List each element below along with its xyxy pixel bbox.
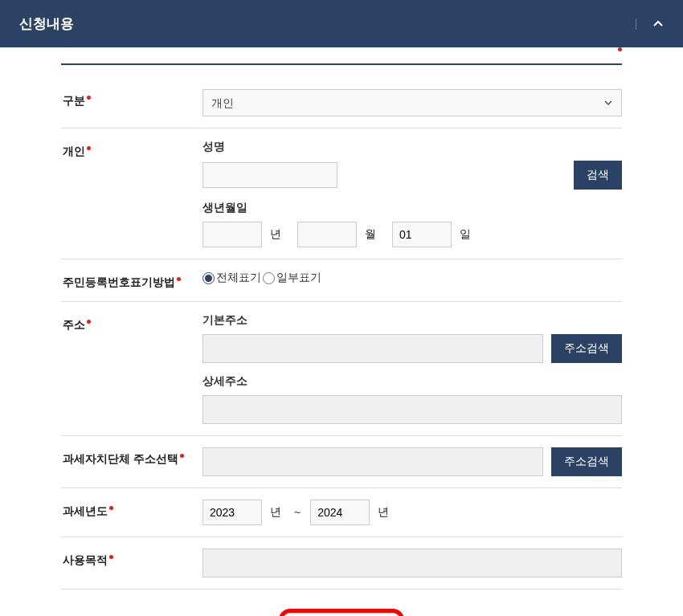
required-dot-icon [109, 555, 113, 559]
chevron-up-icon [652, 18, 664, 30]
panel-title: 신청내용 [19, 14, 74, 33]
rrn-radio-partial-label[interactable]: 일부표기 [263, 271, 321, 285]
label-tax-authority: 과세자치단체 주소선택 [61, 447, 202, 476]
row-purpose: 사용목적 [61, 537, 622, 589]
tax-year-from-input[interactable] [202, 500, 262, 525]
label-address: 주소 [61, 313, 202, 424]
rrn-radio-group: 전체표기 일부표기 [202, 271, 622, 285]
rrn-radio-full[interactable] [202, 272, 215, 284]
row-address: 주소 기본주소 주소검색 상세주소 [61, 302, 622, 436]
detail-address-label: 상세주소 [202, 374, 622, 389]
row-individual: 개인 성명 검색 생년월일 년 월 일 [61, 129, 622, 259]
bottom-action: 과세목록조회 [61, 609, 622, 616]
label-purpose: 사용목적 [61, 549, 202, 577]
rrn-radio-full-label[interactable]: 전체표기 [202, 271, 261, 285]
required-dot-icon [87, 96, 91, 100]
panel-header[interactable]: 신청내용 [0, 0, 683, 47]
year-from-unit: 년 [270, 505, 281, 520]
month-unit: 월 [365, 227, 376, 242]
purpose-input[interactable] [202, 549, 622, 577]
highlight-frame: 과세목록조회 [279, 609, 404, 616]
form-content: 구분 개인 개인 성명 검색 생년월일 년 [0, 47, 683, 616]
detail-address-input[interactable] [202, 395, 622, 424]
base-address-input[interactable] [202, 334, 543, 363]
collapse-toggle[interactable] [636, 18, 664, 30]
birth-month-input[interactable] [297, 222, 357, 247]
label-tax-year: 과세년도 [61, 500, 202, 525]
birth-day-input[interactable] [392, 222, 452, 247]
name-label: 성명 [202, 140, 622, 154]
birth-label: 생년월일 [202, 201, 622, 215]
address-search-button[interactable]: 주소검색 [551, 334, 622, 363]
name-search-button[interactable]: 검색 [574, 161, 622, 190]
name-input[interactable] [202, 162, 337, 188]
birth-year-input[interactable] [202, 222, 262, 247]
required-dot-icon [87, 146, 91, 150]
day-unit: 일 [460, 227, 471, 242]
year-separator: ~ [294, 506, 301, 519]
year-to-unit: 년 [378, 505, 389, 520]
rrn-radio-partial[interactable] [263, 272, 275, 284]
row-category: 구분 개인 [61, 78, 622, 129]
top-divider [61, 63, 622, 65]
label-category: 구분 [61, 89, 202, 116]
row-tax-authority: 과세자치단체 주소선택 주소검색 [61, 436, 622, 488]
tax-authority-search-button[interactable]: 주소검색 [551, 447, 622, 476]
base-address-label: 기본주소 [202, 313, 622, 328]
year-unit: 년 [270, 227, 281, 242]
category-select[interactable]: 개인 [202, 89, 622, 116]
row-rrn-display: 주민등록번호표기방법 전체표기 일부표기 [61, 259, 622, 302]
required-dot-icon [109, 506, 113, 510]
label-rrn-display: 주민등록번호표기방법 [61, 271, 202, 290]
required-dot-icon [180, 454, 184, 458]
row-tax-year: 과세년도 년 ~ 년 [61, 488, 622, 537]
required-dot-icon [87, 320, 91, 324]
label-individual: 개인 [61, 140, 202, 247]
tax-year-to-input[interactable] [310, 500, 370, 525]
required-indicator-icon [618, 47, 622, 51]
tax-authority-input[interactable] [202, 447, 543, 476]
required-dot-icon [177, 277, 181, 281]
